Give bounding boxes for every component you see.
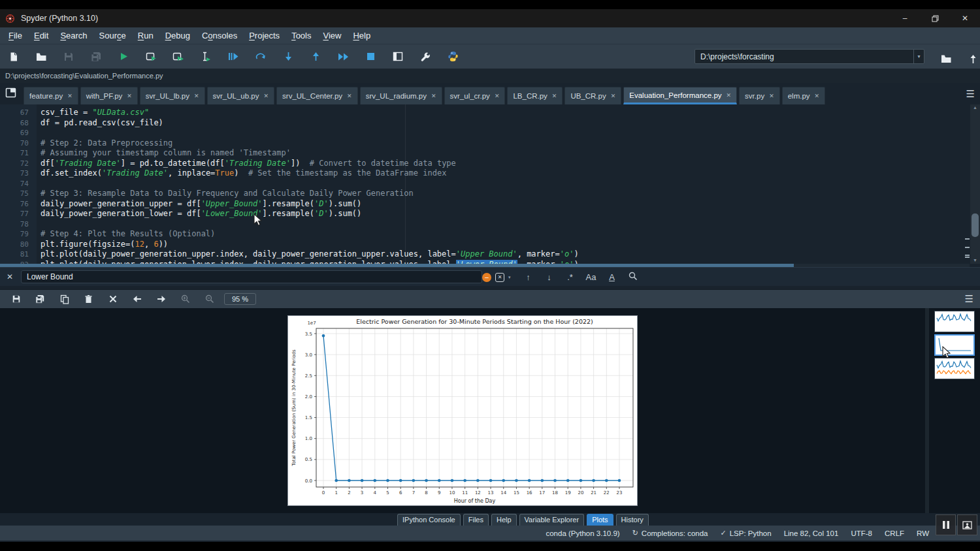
menu-projects[interactable]: Projects (243, 27, 286, 44)
stop-button[interactable] (357, 47, 384, 67)
find-close-icon[interactable]: ✕ (7, 272, 13, 281)
screenshot-button[interactable] (957, 514, 977, 535)
code-line-73[interactable]: 73df.set_index('Trading Date', inplace=T… (0, 168, 970, 179)
menu-edit[interactable]: Edit (28, 27, 54, 44)
menu-search[interactable]: Search (54, 27, 93, 44)
menu-file[interactable]: File (3, 27, 28, 44)
editor-tab-elm.py[interactable]: elm.py✕ (782, 87, 825, 104)
completions-status[interactable]: ↻Completions: conda (632, 529, 708, 537)
clear-search-icon[interactable]: ✕ (495, 273, 504, 282)
editor-tab-svr.py[interactable]: svr.py✕ (739, 87, 780, 104)
previous-plot-button[interactable] (125, 291, 149, 307)
code-line-72[interactable]: 72df['Trading Date'] = pd.to_datetime(df… (0, 159, 970, 169)
menu-view[interactable]: View (317, 27, 347, 44)
tab-close-icon[interactable]: ✕ (769, 93, 774, 99)
zoom-in-button[interactable] (173, 291, 197, 307)
code-line-75[interactable]: 75# Step 3: Resample Data to Daily Frequ… (0, 189, 970, 199)
tab-close-icon[interactable]: ✕ (815, 93, 820, 99)
search-dropdown-icon[interactable]: ▾ (508, 275, 511, 280)
save-plot-button[interactable] (4, 291, 28, 307)
remove-all-plots-button[interactable] (101, 291, 125, 307)
python-env-button[interactable] (439, 47, 466, 67)
find-next-icon[interactable]: ↓ (541, 272, 558, 282)
editor-vertical-scrollbar[interactable]: ▲ ▼ (970, 104, 980, 264)
restore-button[interactable] (920, 9, 950, 27)
code-line-68[interactable]: 68df = pd.read_csv(csv_file) (0, 118, 970, 129)
maximize-pane-button[interactable] (384, 47, 412, 67)
working-directory-dropdown-icon[interactable]: ▾ (913, 50, 924, 63)
plot-thumbnail-2[interactable] (934, 334, 975, 356)
whole-word-toggle-icon[interactable]: A (604, 272, 621, 282)
next-plot-button[interactable] (149, 291, 173, 307)
editor-tab-LB_CR.py[interactable]: LB_CR.py✕ (507, 87, 563, 104)
code-line-74[interactable]: 74 (0, 179, 970, 189)
editor-tab-Evaluation_Performance.py[interactable]: Evaluation_Performance.py✕ (623, 87, 737, 104)
code-line-67[interactable]: 67csv_file = "ULData.csv" (0, 108, 970, 118)
interpreter-status[interactable]: conda (Python 3.10.9) (546, 529, 619, 537)
editor-tab-with_PF.py[interactable]: with_PF.py✕ (80, 87, 138, 104)
code-line-79[interactable]: 79# Step 4: Plot the Results (Optional) (0, 229, 970, 240)
tab-close-icon[interactable]: ✕ (127, 93, 132, 99)
save-button[interactable] (55, 47, 82, 67)
editor-tab-srv_UL_Center.py[interactable]: srv_UL_Center.py✕ (276, 87, 358, 104)
code-line-69[interactable]: 69 (0, 128, 970, 138)
tab-close-icon[interactable]: ✕ (552, 93, 557, 99)
remove-plot-button[interactable] (76, 291, 101, 307)
lsp-status[interactable]: ✓LSP: Python (721, 529, 772, 537)
run-cell-button[interactable] (137, 47, 165, 67)
plots-pane-scrollbar[interactable] (925, 308, 929, 513)
code-line-76[interactable]: 76daily_power_generation_upper = df['Upp… (0, 199, 970, 210)
code-line-81[interactable]: 81plt.plot(daily_power_generation_upper.… (0, 249, 970, 260)
close-button[interactable]: ✕ (950, 9, 980, 27)
code-line-71[interactable]: 71# Assuming your timestamp column is na… (0, 148, 970, 159)
browse-directory-button[interactable] (932, 49, 960, 69)
editor-tab-svr_ul_cr.py[interactable]: svr_ul_cr.py✕ (444, 87, 506, 104)
browse-tabs-icon[interactable] (5, 87, 18, 99)
minimize-button[interactable]: – (890, 9, 920, 27)
zoom-out-button[interactable] (197, 291, 221, 307)
pane-tab-history[interactable]: History (616, 514, 649, 526)
menu-run[interactable]: Run (132, 27, 159, 44)
plot-thumbnail-1[interactable] (934, 311, 975, 332)
menu-tools[interactable]: Tools (286, 27, 317, 44)
open-file-button[interactable] (27, 47, 55, 67)
working-directory-combo[interactable]: D:\projects\forcasting ▾ (694, 49, 924, 64)
continue-button[interactable] (329, 47, 357, 67)
code-line-77[interactable]: 77daily_power_generation_lower = df['Low… (0, 209, 970, 219)
step-into-button[interactable] (274, 47, 302, 67)
editor-tab-svr_UL_lb.py[interactable]: svr_UL_lb.py✕ (140, 87, 205, 104)
run-file-button[interactable] (110, 47, 137, 67)
tab-close-icon[interactable]: ✕ (264, 93, 269, 99)
pane-tab-files[interactable]: Files (463, 514, 489, 526)
editor-tab-svr_UL_ub.py[interactable]: svr_UL_ub.py✕ (207, 87, 275, 104)
editor-tab-feature.py[interactable]: feature.py✕ (24, 87, 78, 104)
code-line-70[interactable]: 70# Step 2: Data Preprocessing (0, 138, 970, 149)
parent-directory-button[interactable] (959, 49, 980, 69)
run-selection-button[interactable] (192, 47, 220, 67)
debug-file-button[interactable] (220, 47, 247, 67)
search-in-files-icon[interactable] (625, 272, 642, 283)
menu-help[interactable]: Help (347, 27, 376, 44)
save-all-plots-button[interactable] (28, 291, 52, 307)
pause-button[interactable] (936, 514, 956, 535)
pane-tab-variable-explorer[interactable]: Variable Explorer (519, 514, 585, 526)
pane-tab-help[interactable]: Help (491, 514, 517, 526)
regex-toggle-icon[interactable]: .* (562, 272, 579, 282)
tab-close-icon[interactable]: ✕ (611, 93, 616, 99)
menu-consoles[interactable]: Consoles (196, 27, 243, 44)
tab-close-icon[interactable]: ✕ (347, 93, 352, 99)
menu-source[interactable]: Source (93, 27, 132, 44)
pane-tab-plots[interactable]: Plots (587, 514, 613, 526)
tab-close-icon[interactable]: ✕ (495, 93, 500, 99)
run-cell-advance-button[interactable] (165, 47, 192, 67)
code-line-78[interactable]: 78 (0, 219, 970, 230)
editor-options-menu-icon[interactable]: ☰ (966, 88, 975, 100)
step-out-button[interactable] (302, 47, 329, 67)
preferences-button[interactable] (412, 47, 439, 67)
tab-close-icon[interactable]: ✕ (727, 92, 732, 99)
editor-tab-srv_UL_radium.py[interactable]: srv_UL_radium.py✕ (360, 87, 442, 104)
save-all-button[interactable] (82, 47, 110, 67)
code-line-80[interactable]: 80plt.figure(figsize=(12, 6)) (0, 240, 970, 250)
case-sensitive-toggle-icon[interactable]: Aa (583, 272, 600, 282)
find-previous-icon[interactable]: ↑ (520, 272, 537, 282)
